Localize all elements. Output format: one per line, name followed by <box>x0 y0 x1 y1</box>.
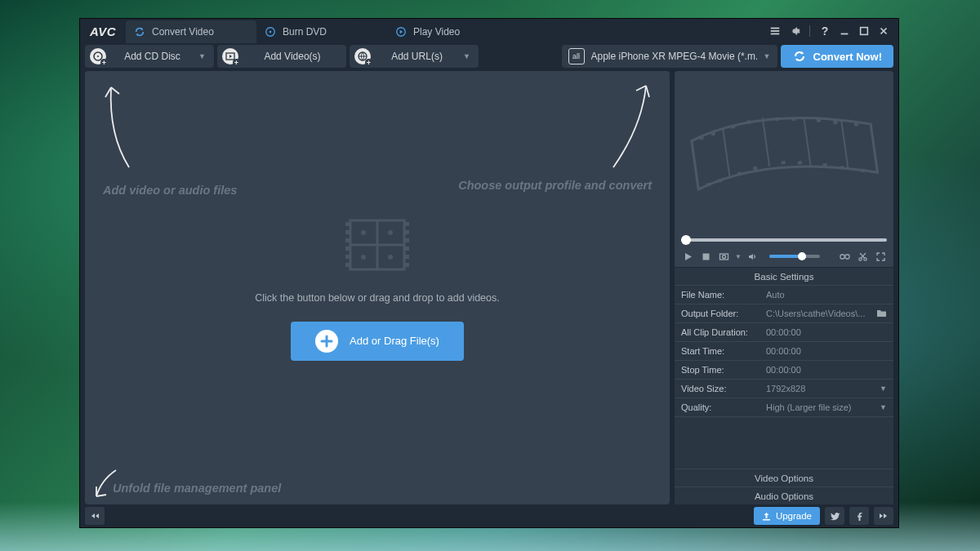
tab-label: Play Video <box>413 26 460 38</box>
add-videos-button[interactable]: + Add Video(s) <box>217 45 346 68</box>
setting-video-size: Video Size:1792x828▼ <box>675 379 893 398</box>
hint-unfold-panel: Unfold file management panel <box>113 482 281 495</box>
svg-rect-36 <box>711 131 716 136</box>
chevron-down-icon: ▼ <box>198 52 206 60</box>
hint-choose-profile: Choose output profile and convert <box>458 179 652 192</box>
profile-label: Apple iPhone XR MPEG-4 Movie (*.m... <box>591 51 757 62</box>
svg-rect-35 <box>699 136 704 140</box>
plus-icon <box>315 330 338 353</box>
svg-rect-47 <box>753 167 758 171</box>
tab-label: Convert Video <box>152 26 214 38</box>
expand-panel-button[interactable] <box>85 507 105 525</box>
svg-line-31 <box>723 128 730 178</box>
maximize-button[interactable] <box>856 23 872 39</box>
svg-point-29 <box>361 255 366 260</box>
refresh-icon <box>134 26 145 38</box>
svg-rect-56 <box>840 255 844 259</box>
disc-add-icon: + <box>90 48 106 64</box>
chevron-down-icon: ▼ <box>880 403 887 411</box>
tab-convert-video[interactable]: Convert Video <box>126 20 256 43</box>
svg-rect-24 <box>405 247 409 251</box>
add-urls-button[interactable]: + Add URL(s) ▼ <box>350 45 479 68</box>
video-options-button[interactable]: Video Options <box>675 469 893 487</box>
menu-icon[interactable] <box>767 23 783 39</box>
audio-options-button[interactable]: Audio Options <box>675 487 893 504</box>
filmstrip-icon <box>679 82 889 223</box>
player-controls: ▼ <box>675 246 893 267</box>
svg-rect-17 <box>345 238 350 242</box>
button-label: Upgrade <box>776 511 812 521</box>
app-logo: AVC <box>80 24 126 38</box>
svg-rect-22 <box>405 230 409 234</box>
svg-rect-48 <box>781 161 786 165</box>
drop-area[interactable]: Add video or audio files Choose output p… <box>85 71 670 504</box>
video-add-icon: + <box>222 48 238 64</box>
svg-rect-37 <box>731 125 736 129</box>
snapshot-button[interactable] <box>717 250 730 263</box>
hint-arrow <box>601 78 658 176</box>
svg-point-30 <box>388 255 393 260</box>
add-drag-files-button[interactable]: Add or Drag File(s) <box>291 322 464 361</box>
svg-rect-43 <box>854 122 859 127</box>
app-window: AVC Convert Video Burn DVD Play Video <box>79 18 899 528</box>
twitter-button[interactable] <box>825 507 844 525</box>
play-button[interactable] <box>681 250 694 263</box>
volume-button[interactable] <box>746 250 760 263</box>
convert-now-button[interactable]: Convert Now! <box>781 45 894 68</box>
globe-add-icon: + <box>354 48 371 64</box>
svg-rect-45 <box>718 179 723 183</box>
help-icon[interactable]: ? <box>817 23 833 39</box>
fullscreen-button[interactable] <box>874 250 887 263</box>
svg-rect-42 <box>833 121 838 125</box>
close-button[interactable] <box>875 23 892 39</box>
link-button[interactable] <box>838 250 851 263</box>
upload-icon <box>762 512 771 521</box>
svg-point-27 <box>361 230 366 235</box>
preview-area <box>675 71 893 234</box>
svg-rect-5 <box>771 33 780 35</box>
settings-spacer <box>675 416 893 469</box>
setting-output-folder: Output Folder:C:\Users\cathe\Videos\... <box>675 304 893 322</box>
volume-slider[interactable] <box>769 255 820 258</box>
folder-icon[interactable] <box>876 309 887 319</box>
tab-play-video[interactable]: Play Video <box>387 20 518 43</box>
facebook-button[interactable] <box>849 507 869 525</box>
button-label: Add CD Disc <box>114 51 190 62</box>
svg-rect-51 <box>840 166 844 170</box>
chevron-down-icon[interactable]: ▼ <box>735 253 742 260</box>
button-label: Add or Drag File(s) <box>350 335 439 347</box>
gear-icon[interactable] <box>786 23 803 39</box>
body: Add video or audio files Choose output p… <box>80 69 898 504</box>
svg-rect-7 <box>861 28 868 35</box>
disc-icon <box>265 26 276 38</box>
output-profile-selector[interactable]: all Apple iPhone XR MPEG-4 Movie (*.m...… <box>562 45 777 68</box>
setting-start-time: Start Time:00:00:00 <box>675 341 893 360</box>
svg-rect-18 <box>345 247 350 251</box>
svg-rect-20 <box>345 263 350 267</box>
seek-slider[interactable] <box>675 234 893 246</box>
more-button[interactable] <box>874 507 893 525</box>
chevron-down-icon: ▼ <box>764 52 771 60</box>
svg-point-58 <box>858 257 861 260</box>
cut-button[interactable] <box>856 250 869 263</box>
svg-rect-44 <box>706 183 710 187</box>
hint-arrow <box>96 78 145 176</box>
svg-rect-26 <box>405 263 409 267</box>
stop-button[interactable] <box>699 250 712 263</box>
minimize-button[interactable] <box>836 23 853 39</box>
svg-rect-3 <box>771 28 780 29</box>
tab-burn-dvd[interactable]: Burn DVD <box>256 20 387 43</box>
svg-rect-15 <box>345 222 350 226</box>
button-label: Add URL(s) <box>379 51 455 62</box>
chevron-down-icon: ▼ <box>463 52 470 60</box>
svg-rect-16 <box>345 230 350 234</box>
settings-table: File Name:Auto Output Folder:C:\Users\ca… <box>675 285 893 416</box>
right-panel: ▼ Basic Settings File Name:Auto Output F… <box>675 71 893 504</box>
svg-rect-19 <box>345 255 350 259</box>
add-cd-disc-button[interactable]: + Add CD Disc ▼ <box>85 45 214 68</box>
svg-rect-52 <box>861 168 866 172</box>
setting-quality: Quality:High (Larger file size)▼ <box>675 398 893 416</box>
upgrade-button[interactable]: Upgrade <box>754 507 820 525</box>
svg-rect-49 <box>798 161 803 165</box>
svg-rect-6 <box>841 33 849 35</box>
